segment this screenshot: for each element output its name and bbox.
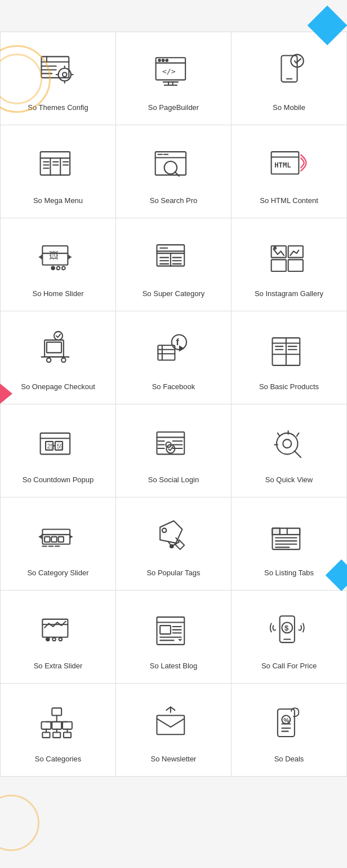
svg-rect-133 bbox=[42, 619, 68, 637]
module-label-onepage-checkout: So Onepage Checkout bbox=[21, 382, 95, 391]
svg-point-67 bbox=[46, 358, 51, 363]
module-label-social-login: So Social Login bbox=[148, 475, 199, 484]
module-label-countdown-popup: So Countdown Popup bbox=[23, 475, 94, 484]
svg-point-7 bbox=[63, 73, 67, 77]
svg-rect-36 bbox=[155, 152, 185, 175]
svg-rect-61 bbox=[271, 259, 286, 271]
module-cell-mobile: So Mobile bbox=[232, 32, 347, 125]
onepage-checkout-icon bbox=[35, 329, 81, 374]
call-for-price-icon: $ bbox=[266, 609, 312, 654]
deals-icon: % bbox=[266, 702, 312, 747]
svg-text:🖼: 🖼 bbox=[48, 250, 58, 261]
module-label-category-slider: So Category Slider bbox=[27, 569, 88, 577]
svg-text:HTML: HTML bbox=[274, 161, 291, 169]
categories-icon bbox=[35, 702, 81, 747]
module-label-quick-view: So Quick View bbox=[265, 475, 313, 484]
svg-point-135 bbox=[52, 638, 56, 641]
svg-point-15 bbox=[162, 59, 164, 61]
module-cell-pagebuilder: </> So PageBuilder bbox=[116, 32, 232, 125]
module-label-latest-blog: So Latest Blog bbox=[150, 662, 198, 670]
svg-line-103 bbox=[294, 451, 300, 457]
module-cell-home-slider: 🖼 So Home Slider bbox=[1, 218, 116, 311]
svg-rect-155 bbox=[63, 722, 72, 729]
svg-rect-153 bbox=[41, 722, 51, 729]
extra-slider-icon bbox=[35, 609, 81, 654]
svg-text:25: 25 bbox=[47, 443, 54, 450]
svg-line-105 bbox=[296, 433, 299, 437]
svg-point-63 bbox=[274, 247, 276, 249]
svg-point-120 bbox=[162, 528, 166, 533]
svg-point-68 bbox=[61, 358, 66, 363]
module-cell-instagram-gallery: So Instagram Gallery bbox=[232, 218, 347, 311]
newsletter-icon bbox=[151, 702, 196, 747]
svg-rect-164 bbox=[157, 716, 184, 735]
svg-line-147 bbox=[179, 640, 180, 641]
svg-point-53 bbox=[62, 267, 65, 270]
svg-rect-163 bbox=[63, 733, 70, 738]
countdown-popup-icon: 25 59 bbox=[35, 422, 81, 468]
svg-text:59: 59 bbox=[56, 443, 63, 450]
svg-rect-110 bbox=[45, 537, 50, 542]
module-label-newsletter: So Newsletter bbox=[151, 755, 197, 763]
module-label-deals: So Deals bbox=[274, 755, 304, 763]
module-cell-html-content: HTML So HTML Content bbox=[232, 125, 347, 218]
module-label-extra-slider: So Extra Slider bbox=[34, 662, 83, 670]
svg-rect-70 bbox=[158, 345, 175, 360]
quick-view-icon bbox=[266, 422, 312, 468]
deco-arrow-left bbox=[0, 384, 12, 404]
mega-menu-icon bbox=[35, 143, 81, 188]
module-cell-newsletter: So Newsletter bbox=[116, 684, 232, 777]
module-cell-quick-view: So Quick View bbox=[232, 404, 347, 497]
deco-circle-bottom bbox=[0, 795, 39, 851]
svg-text:%: % bbox=[283, 717, 289, 724]
module-label-basic-products: So Basic Products bbox=[259, 382, 319, 391]
module-cell-popular-tags: So Popular Tags bbox=[116, 497, 232, 591]
svg-line-106 bbox=[277, 433, 279, 437]
home-slider-icon: 🖼 bbox=[35, 236, 81, 281]
instagram-gallery-icon bbox=[266, 236, 312, 281]
module-cell-countdown-popup: 25 59 So Countdown Popup bbox=[1, 404, 116, 497]
listing-tabs-icon bbox=[266, 515, 312, 561]
svg-rect-140 bbox=[160, 625, 171, 634]
svg-rect-161 bbox=[42, 733, 50, 738]
module-cell-social-login: So Social Login bbox=[116, 404, 232, 497]
module-cell-onepage-checkout: So Onepage Checkout bbox=[1, 311, 116, 404]
svg-rect-152 bbox=[52, 708, 61, 715]
module-cell-super-category: So Super Category bbox=[116, 218, 232, 311]
search-pro-icon bbox=[151, 143, 196, 188]
module-label-listing-tabs: So Listing Tabs bbox=[264, 569, 314, 577]
module-label-facebook: So Facebook bbox=[152, 382, 195, 391]
module-label-search-pro: So Search Pro bbox=[150, 196, 198, 205]
svg-rect-111 bbox=[51, 537, 56, 542]
svg-rect-162 bbox=[53, 733, 60, 738]
module-cell-extra-slider: So Extra Slider bbox=[1, 591, 116, 684]
svg-rect-62 bbox=[288, 259, 302, 271]
page-header bbox=[0, 0, 347, 32]
svg-point-52 bbox=[56, 267, 60, 270]
svg-point-121 bbox=[170, 545, 173, 548]
html-content-icon: HTML bbox=[266, 143, 312, 188]
module-cell-call-for-price: $ So Call For Price bbox=[232, 591, 347, 684]
module-cell-search-pro: So Search Pro bbox=[116, 125, 232, 218]
svg-point-134 bbox=[46, 638, 49, 641]
modules-grid: So Themes Config </> So PageBuilder So M… bbox=[0, 32, 347, 777]
social-login-icon bbox=[151, 422, 196, 468]
module-label-mobile: So Mobile bbox=[273, 103, 305, 112]
latest-blog-icon bbox=[151, 609, 196, 654]
svg-point-69 bbox=[54, 332, 63, 340]
svg-text:f: f bbox=[176, 337, 179, 347]
svg-point-136 bbox=[59, 638, 62, 641]
module-label-home-slider: So Home Slider bbox=[32, 289, 83, 298]
super-category-icon bbox=[151, 236, 196, 281]
module-label-super-category: So Super Category bbox=[143, 289, 205, 298]
module-label-popular-tags: So Popular Tags bbox=[146, 569, 200, 577]
module-label-mega-menu: So Mega Menu bbox=[33, 196, 83, 205]
module-label-call-for-price: So Call For Price bbox=[261, 662, 317, 670]
svg-marker-116 bbox=[69, 534, 72, 539]
module-label-pagebuilder: So PageBuilder bbox=[148, 103, 199, 112]
module-cell-deals: % So Deals bbox=[232, 684, 347, 777]
svg-point-51 bbox=[51, 267, 55, 270]
module-cell-mega-menu: So Mega Menu bbox=[1, 125, 116, 218]
module-label-instagram-gallery: So Instagram Gallery bbox=[255, 289, 323, 298]
svg-text:</>: </> bbox=[162, 67, 175, 76]
